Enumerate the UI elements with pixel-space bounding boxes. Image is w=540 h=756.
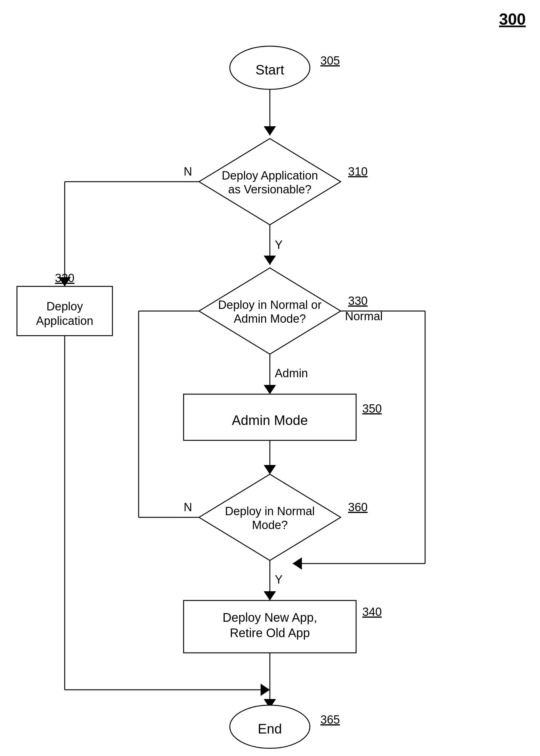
ref-340: 340 <box>362 605 382 618</box>
ref-310: 310 <box>348 165 367 178</box>
arrowhead-normal-path <box>293 557 302 570</box>
decision3-line2: Mode? <box>252 519 288 531</box>
decision3-line1: Deploy in Normal <box>225 505 315 518</box>
arrowhead-d1-y <box>264 256 276 265</box>
ref-330: 330 <box>348 294 367 307</box>
figure-number: 300 <box>499 10 526 28</box>
decision2-line1: Deploy in Normal or <box>218 298 322 311</box>
label-admin: Admin <box>275 367 308 380</box>
start-label: Start <box>256 62 284 77</box>
label-normal: Normal <box>345 310 383 323</box>
ref-305: 305 <box>320 54 340 67</box>
arrowhead-admin-to-d3 <box>264 465 276 474</box>
arrowhead-deploy-app-join <box>261 684 270 696</box>
ref-320: 320 <box>55 271 74 284</box>
arrowhead-d3-y <box>264 591 276 600</box>
admin-mode-label: Admin Mode <box>232 413 308 428</box>
decision1-line1: Deploy Application <box>222 169 318 182</box>
decision2-line2: Admin Mode? <box>234 312 306 325</box>
ref-350: 350 <box>362 402 382 415</box>
deploy-new-line1: Deploy New App, <box>223 611 317 624</box>
label-y1: Y <box>275 238 283 251</box>
arrowhead-d2-admin <box>264 385 276 394</box>
ref-360: 360 <box>348 501 367 514</box>
ref-365: 365 <box>320 713 340 726</box>
end-label: End <box>258 721 282 736</box>
deploy-app-line1: Deploy <box>47 300 83 313</box>
label-y2: Y <box>275 573 283 586</box>
arrowhead-start-to-d1 <box>264 126 276 136</box>
label-n1: N <box>184 165 192 178</box>
decision1-line2: as Versionable? <box>228 183 312 196</box>
deploy-new-line2: Retire Old App <box>230 626 310 640</box>
flowchart-diagram: 300 Start 305 Deploy Application as Vers… <box>0 0 540 756</box>
deploy-app-line2: Application <box>36 314 93 327</box>
label-n2: N <box>184 501 192 514</box>
